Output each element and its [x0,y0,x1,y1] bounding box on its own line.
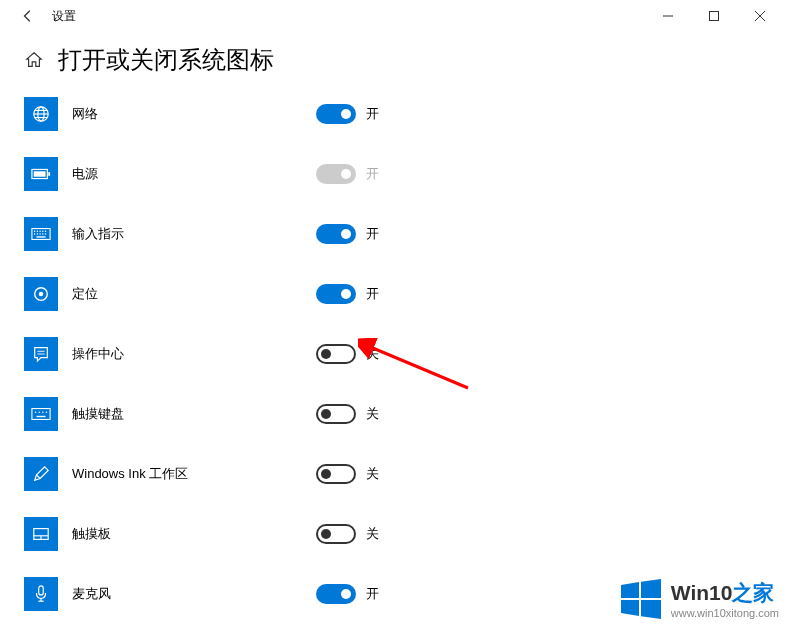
toggle-network[interactable] [316,104,356,124]
location-icon-tile [24,277,58,311]
touch-keyboard-icon-tile [24,397,58,431]
notification-icon [32,345,50,363]
setting-row-action-center: 操作中心 关 [24,324,767,384]
svg-point-14 [37,231,38,232]
page-title: 打开或关闭系统图标 [58,44,274,76]
microphone-icon-tile [24,577,58,611]
svg-point-22 [45,233,46,234]
svg-point-21 [42,233,43,234]
watermark-title: Win10之家 [671,579,779,607]
svg-point-30 [38,411,39,412]
svg-line-34 [37,475,41,479]
setting-row-location: 定位 开 [24,264,767,324]
touch-keyboard-icon [31,407,51,421]
battery-icon [31,167,51,181]
svg-rect-1 [710,12,719,21]
svg-point-31 [42,411,43,412]
setting-row-touch-keyboard: 触摸键盘 关 [24,384,767,444]
toggle-touchpad[interactable] [316,524,356,544]
setting-label: 电源 [72,165,302,183]
back-arrow-icon [21,9,35,23]
svg-point-29 [35,411,36,412]
toggle-power [316,164,356,184]
svg-point-13 [34,231,35,232]
maximize-icon [709,11,719,21]
input-icon-tile [24,217,58,251]
svg-point-20 [39,233,40,234]
toggle-state-label: 开 [366,105,379,123]
svg-point-17 [45,231,46,232]
touchpad-icon [32,526,50,542]
home-icon [25,51,43,69]
globe-icon [32,105,50,123]
page-header: 打开或关闭系统图标 [0,32,791,84]
setting-row-power: 电源 开 [24,144,767,204]
svg-marker-44 [641,579,661,598]
setting-row-touchpad: 触摸板 关 [24,504,767,564]
maximize-button[interactable] [691,0,737,32]
close-button[interactable] [737,0,783,32]
setting-row-input: 输入指示 开 [24,204,767,264]
windows-logo-icon [619,577,663,621]
minimize-button[interactable] [645,0,691,32]
svg-rect-10 [34,171,46,176]
app-title: 设置 [52,8,76,25]
pen-icon [32,465,50,483]
toggle-microphone[interactable] [316,584,356,604]
titlebar: 设置 [0,0,791,32]
svg-point-15 [39,231,40,232]
setting-label: Windows Ink 工作区 [72,465,302,483]
touchpad-icon-tile [24,517,58,551]
setting-label: 定位 [72,285,302,303]
toggle-action-center[interactable] [316,344,356,364]
toggle-ink[interactable] [316,464,356,484]
setting-label: 网络 [72,105,302,123]
svg-rect-33 [36,416,45,417]
setting-label: 触摸键盘 [72,405,302,423]
watermark: Win10之家 www.win10xitong.com [619,577,779,621]
network-icon-tile [24,97,58,131]
svg-marker-45 [621,600,639,616]
toggle-location[interactable] [316,284,356,304]
svg-point-16 [42,231,43,232]
toggle-state-label: 开 [366,225,379,243]
toggle-input[interactable] [316,224,356,244]
toggle-state-label: 关 [366,345,379,363]
toggle-state-label: 开 [366,285,379,303]
setting-label: 输入指示 [72,225,302,243]
svg-marker-46 [641,600,661,619]
svg-rect-38 [39,586,44,595]
svg-point-19 [37,233,38,234]
svg-point-25 [39,292,44,297]
home-button[interactable] [24,50,44,70]
microphone-icon [34,585,48,603]
svg-point-32 [46,411,47,412]
svg-rect-28 [32,409,50,420]
close-icon [755,11,765,21]
setting-label: 触摸板 [72,525,302,543]
setting-label: 操作中心 [72,345,302,363]
setting-row-ink: Windows Ink 工作区 关 [24,444,767,504]
toggle-state-label: 关 [366,465,379,483]
svg-marker-43 [621,582,639,598]
power-icon-tile [24,157,58,191]
toggle-state-label: 开 [366,585,379,603]
setting-label: 麦克风 [72,585,302,603]
keyboard-icon [31,227,51,241]
toggle-state-label: 关 [366,525,379,543]
watermark-url: www.win10xitong.com [671,607,779,619]
svg-point-18 [34,233,35,234]
toggle-state-label: 关 [366,405,379,423]
svg-rect-11 [48,172,50,176]
toggle-state-label: 开 [366,165,379,183]
toggle-touch-keyboard[interactable] [316,404,356,424]
ink-icon-tile [24,457,58,491]
svg-rect-23 [36,236,45,237]
settings-list: 网络 开 电源 开 输入指示 开 定位 开 [0,84,791,624]
setting-row-network: 网络 开 [24,84,767,144]
action-center-icon-tile [24,337,58,371]
minimize-icon [663,11,673,21]
location-icon [32,285,50,303]
back-button[interactable] [8,0,48,32]
